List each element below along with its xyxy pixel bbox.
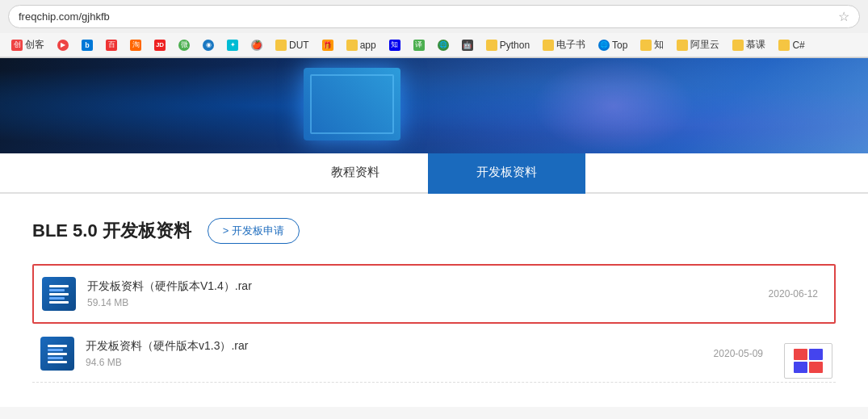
wm-cell-3 bbox=[794, 362, 807, 373]
bookmark-bing[interactable]: b bbox=[77, 38, 98, 52]
bookmark-top-label: Top bbox=[612, 40, 627, 51]
rar-stripe-1 bbox=[49, 285, 69, 287]
top-globe-icon: 🌐 bbox=[598, 40, 610, 51]
rar-stripe-5 bbox=[49, 301, 69, 304]
rar-stripe-2-1 bbox=[48, 345, 67, 347]
bookmark-tao[interactable]: 淘 bbox=[125, 38, 146, 52]
bookmark-csharp[interactable]: C# bbox=[774, 38, 809, 52]
bookmarks-bar: 创 创客 ▶ b 百 淘 JD 微 ◉ ✦ 🍎 DU bbox=[0, 33, 868, 57]
page-tabs: 教程资料 开发板资料 bbox=[0, 153, 868, 194]
wm-cell-1 bbox=[794, 349, 807, 360]
watermark-grid bbox=[794, 349, 823, 373]
rar-stripe-2-2 bbox=[48, 349, 63, 351]
watermark-overlay bbox=[784, 343, 832, 379]
wm-cell-2 bbox=[809, 349, 823, 360]
wechat-icon: 微 bbox=[178, 40, 190, 51]
address-bar-row: freqchip.com/gjhkfb ☆ bbox=[0, 0, 868, 33]
bing-icon: b bbox=[82, 40, 93, 51]
file-item-2[interactable]: 开发板资料（硬件版本v1.3）.rar 94.6 MB 2020-05-09 bbox=[32, 325, 836, 383]
address-bar[interactable]: freqchip.com/gjhkfb ☆ bbox=[8, 5, 860, 28]
zhi-icon: 知 bbox=[389, 40, 400, 51]
file-item-1[interactable]: 开发板资料（硬件版本V1.4）.rar 59.14 MB 2020-06-12 bbox=[32, 264, 836, 324]
file-name-1: 开发板资料（硬件版本V1.4）.rar bbox=[87, 279, 769, 294]
tao-icon: 淘 bbox=[130, 40, 141, 51]
bookmark-apple[interactable]: 🍎 bbox=[246, 38, 267, 52]
file-info-1: 开发板资料（硬件版本V1.4）.rar 59.14 MB bbox=[87, 279, 769, 308]
bookmark-gift[interactable]: 🎁 bbox=[317, 38, 338, 52]
main-content: BLE 5.0 开发板资料 > 开发板申请 开发板资料（硬件版本V1.4）.ra… bbox=[0, 194, 868, 407]
apply-button[interactable]: > 开发板申请 bbox=[208, 218, 300, 244]
rar-icon-2 bbox=[40, 337, 74, 371]
wm-cell-4 bbox=[809, 362, 823, 373]
bookmark-cyan[interactable]: ✦ bbox=[222, 38, 243, 52]
section-header: BLE 5.0 开发板资料 > 开发板申请 bbox=[32, 218, 836, 244]
bookmark-ebook[interactable]: 电子书 bbox=[538, 36, 590, 53]
python-folder-icon bbox=[486, 40, 497, 51]
ebook-folder-icon bbox=[543, 40, 554, 51]
url-text: freqchip.com/gjhkfb bbox=[19, 10, 110, 23]
hero-chip-graphic bbox=[304, 68, 400, 140]
rar-stripe-2-4 bbox=[48, 357, 63, 359]
bookmark-yi[interactable]: 译 bbox=[409, 38, 430, 52]
bookmark-chuangke-label: 创客 bbox=[25, 38, 44, 52]
bookmark-zhi[interactable]: 知 bbox=[384, 38, 405, 52]
bookmark-bai[interactable]: 百 bbox=[101, 38, 122, 52]
file-date-1: 2020-06-12 bbox=[769, 288, 826, 300]
mooc-folder-icon bbox=[732, 40, 744, 51]
bookmark-zhidao[interactable]: 知 bbox=[635, 36, 669, 53]
jd-icon: JD bbox=[154, 40, 166, 51]
rar-stripes-1 bbox=[49, 285, 69, 304]
csharp-folder-icon bbox=[778, 40, 790, 51]
bookmark-dut-label: DUT bbox=[289, 40, 309, 51]
rar-stripe-3 bbox=[49, 293, 69, 295]
bookmark-python[interactable]: Python bbox=[481, 38, 535, 52]
file-size-1: 59.14 MB bbox=[87, 297, 769, 308]
file-list: 开发板资料（硬件版本V1.4）.rar 59.14 MB 2020-06-12 … bbox=[32, 264, 836, 383]
bookmark-mooc-label: 慕课 bbox=[746, 38, 765, 52]
yi-icon: 译 bbox=[413, 40, 425, 51]
dut-folder-icon bbox=[275, 40, 287, 51]
rar-stripe-2-3 bbox=[48, 353, 67, 355]
bookmark-star-icon[interactable]: ☆ bbox=[838, 9, 849, 24]
bookmark-aliyun-label: 阿里云 bbox=[690, 38, 719, 52]
tab-devboard[interactable]: 开发板资料 bbox=[428, 153, 585, 194]
rar-icon-1 bbox=[42, 277, 76, 311]
aliyun-folder-icon bbox=[677, 40, 688, 51]
rar-stripe-4 bbox=[49, 297, 65, 300]
play-icon: ▶ bbox=[57, 40, 69, 51]
rar-stripes-2 bbox=[48, 345, 67, 363]
blue-circle-icon: ◉ bbox=[203, 40, 214, 51]
rar-stripe-2-5 bbox=[48, 361, 67, 363]
bookmark-aliyun[interactable]: 阿里云 bbox=[672, 36, 724, 53]
zhidao-folder-icon bbox=[640, 40, 652, 51]
gift-icon: 🎁 bbox=[322, 40, 333, 51]
rar-stripe-2 bbox=[49, 289, 65, 291]
hero-circuit-bg bbox=[0, 58, 868, 153]
bookmark-dut[interactable]: DUT bbox=[270, 38, 314, 52]
bookmark-zhidao-label: 知 bbox=[654, 38, 664, 52]
bookmark-wechat[interactable]: 微 bbox=[174, 38, 195, 52]
app-folder-icon bbox=[346, 40, 358, 51]
file-name-2: 开发板资料（硬件版本v1.3）.rar bbox=[86, 339, 714, 354]
chuangke-icon: 创 bbox=[11, 40, 23, 51]
bookmark-jd[interactable]: JD bbox=[149, 38, 170, 52]
bai-icon: 百 bbox=[106, 40, 117, 51]
robot-icon: 🤖 bbox=[462, 40, 473, 51]
bookmark-blue[interactable]: ◉ bbox=[198, 38, 219, 52]
tab-tutorial[interactable]: 教程资料 bbox=[283, 153, 428, 194]
bookmark-ebook-label: 电子书 bbox=[556, 38, 585, 52]
bookmark-robot[interactable]: 🤖 bbox=[457, 38, 478, 52]
browser-chrome: freqchip.com/gjhkfb ☆ 创 创客 ▶ b 百 淘 JD 微 … bbox=[0, 0, 868, 58]
bookmark-mooc[interactable]: 慕课 bbox=[728, 36, 770, 53]
bookmark-chuangke[interactable]: 创 创客 bbox=[6, 36, 49, 53]
bookmark-play[interactable]: ▶ bbox=[52, 38, 73, 52]
bookmark-python-label: Python bbox=[500, 40, 530, 51]
file-size-2: 94.6 MB bbox=[86, 357, 714, 368]
hero-glow-effect bbox=[533, 58, 694, 153]
cyan-icon: ✦ bbox=[227, 40, 238, 51]
bookmark-top[interactable]: 🌐 Top bbox=[593, 38, 632, 52]
file-date-2: 2020-05-09 bbox=[714, 348, 771, 359]
bookmark-globe-green[interactable]: 🌐 bbox=[433, 38, 454, 52]
file-info-2: 开发板资料（硬件版本v1.3）.rar 94.6 MB bbox=[86, 339, 714, 368]
bookmark-app[interactable]: app bbox=[342, 38, 381, 52]
